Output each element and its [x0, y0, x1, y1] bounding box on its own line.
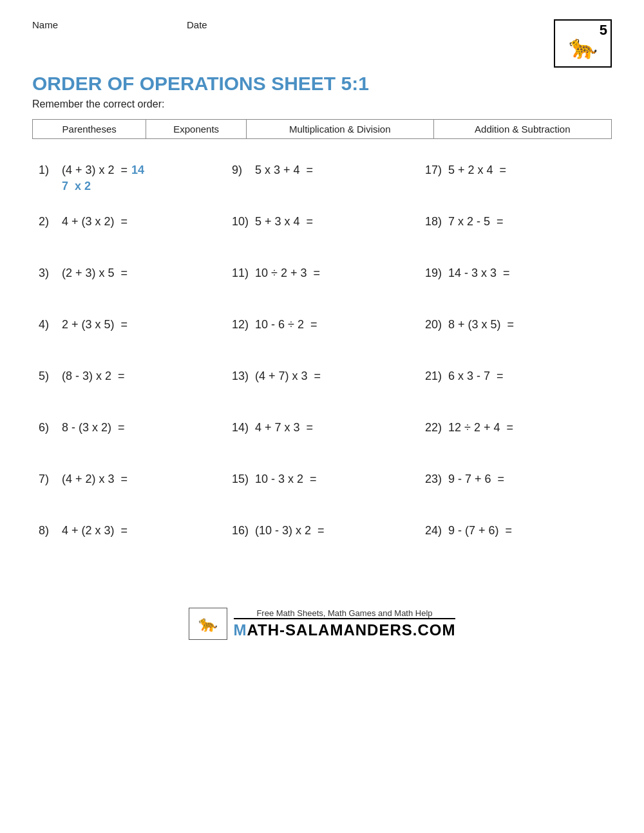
problem-number: 20) — [425, 318, 444, 332]
problem-cell: 18)7 x 2 - 5= — [419, 209, 612, 260]
problem-cell: 16)(10 - 3) x 2= — [225, 518, 419, 569]
problem-cell: 24)9 - (7 + 6)= — [419, 518, 612, 569]
problem-line: 19)14 - 3 x 3= — [425, 267, 605, 280]
problem-expression: 14 - 3 x 3 — [448, 267, 497, 280]
problem-line: 12)10 - 6 ÷ 2= — [232, 318, 412, 332]
problem-equals: = — [497, 215, 504, 229]
problem-expression: 5 + 2 x 4 — [448, 164, 493, 177]
problem-equals: = — [506, 524, 513, 538]
problem-line: 4)2 + (3 x 5)= — [39, 318, 219, 332]
table-col-parentheses: Parentheses — [33, 120, 146, 139]
date-label: Date — [187, 19, 207, 30]
problem-cell: 3)(2 + 3) x 5= — [32, 260, 225, 312]
problem-expression: (2 + 3) x 5 — [62, 267, 115, 280]
problem-line: 10)5 + 3 x 4= — [232, 215, 412, 229]
problem-equals: = — [307, 215, 314, 229]
problem-line: 20)8 + (3 x 5)= — [425, 318, 605, 332]
problem-equals: = — [121, 164, 128, 177]
problem-line: 3)(2 + 3) x 5= — [39, 267, 219, 280]
problem-work: 7x 2 — [39, 180, 219, 193]
problem-cell: 19)14 - 3 x 3= — [419, 260, 612, 312]
footer-logo: 🐆 — [189, 608, 227, 640]
problem-number: 1) — [39, 164, 58, 177]
problem-equals: = — [317, 524, 325, 538]
problem-cell: 9)5 x 3 + 4= — [225, 157, 419, 209]
table-col-multdiv: Multiplication & Division — [246, 120, 433, 139]
problem-line: 24)9 - (7 + 6)= — [425, 524, 605, 538]
problem-expression: 10 ÷ 2 + 3 — [255, 267, 307, 280]
problem-line: 13)(4 + 7) x 3= — [232, 370, 412, 383]
problem-number: 10) — [232, 215, 251, 229]
problem-expression: 5 x 3 + 4 — [255, 164, 300, 177]
problem-cell: 13)(4 + 7) x 3= — [225, 363, 419, 415]
problem-equals: = — [118, 370, 125, 383]
problem-equals: = — [310, 473, 317, 486]
problem-number: 2) — [39, 215, 58, 229]
problem-line: 21)6 x 3 - 7= — [425, 370, 605, 383]
page-subtitle: Remember the correct order: — [32, 98, 612, 110]
problem-number: 11) — [232, 267, 251, 280]
problem-number: 17) — [425, 164, 444, 177]
problem-number: 9) — [232, 164, 251, 177]
table-col-exponents: Exponents — [146, 120, 247, 139]
problem-number: 5) — [39, 370, 58, 383]
page-footer: 🐆 Free Math Sheets, Math Games and Math … — [32, 608, 612, 640]
logo-box: 5 🐆 — [554, 19, 612, 68]
problem-line: 5)(8 - 3) x 2= — [39, 370, 219, 383]
logo-number: 5 — [600, 22, 607, 39]
header-labels: Name Date — [32, 19, 207, 30]
problem-expression: (10 - 3) x 2 — [255, 524, 311, 538]
problem-line: 6)8 - (3 x 2)= — [39, 421, 219, 435]
problem-line: 18)7 x 2 - 5= — [425, 215, 605, 229]
problem-cell: 17)5 + 2 x 4= — [419, 157, 612, 209]
problem-cell: 11)10 ÷ 2 + 3= — [225, 260, 419, 312]
problem-line: 23)9 - 7 + 6= — [425, 473, 605, 486]
problem-line: 2)4 + (3 x 2)= — [39, 215, 219, 229]
problem-expression: 2 + (3 x 5) — [62, 318, 115, 332]
problem-expression: (4 + 2) x 3 — [62, 473, 115, 486]
problem-answer: 14 — [131, 164, 144, 177]
problem-expression: 9 - 7 + 6 — [448, 473, 491, 486]
footer-content: Free Math Sheets, Math Games and Math He… — [234, 608, 456, 639]
problem-cell: 21)6 x 3 - 7= — [419, 363, 612, 415]
problem-number: 15) — [232, 473, 251, 486]
problem-expression: 8 + (3 x 5) — [448, 318, 501, 332]
problem-number: 19) — [425, 267, 444, 280]
order-of-operations-table: Parentheses Exponents Multiplication & D… — [32, 119, 612, 139]
work-step: 7 — [62, 180, 68, 193]
problem-number: 14) — [232, 421, 251, 435]
problem-expression: 6 x 3 - 7 — [448, 370, 490, 383]
problem-expression: 4 + 7 x 3 — [255, 421, 300, 435]
work-step: x 2 — [75, 180, 91, 193]
problems-grid: 1)(4 + 3) x 2=147x 29)5 x 3 + 4=17)5 + 2… — [32, 157, 612, 569]
problem-number: 13) — [232, 370, 251, 383]
problem-number: 21) — [425, 370, 444, 383]
problem-line: 1)(4 + 3) x 2=14 — [39, 164, 219, 177]
problem-line: 7)(4 + 2) x 3= — [39, 473, 219, 486]
problem-equals: = — [121, 267, 128, 280]
problem-expression: 4 + (2 x 3) — [62, 524, 115, 538]
problem-equals: = — [307, 421, 314, 435]
problem-expression: 10 - 3 x 2 — [255, 473, 303, 486]
problem-equals: = — [507, 318, 515, 332]
problem-expression: (4 + 7) x 3 — [255, 370, 308, 383]
problem-cell: 23)9 - 7 + 6= — [419, 466, 612, 518]
problem-line: 9)5 x 3 + 4= — [232, 164, 412, 177]
problem-equals: = — [500, 164, 507, 177]
footer-brand: MATH-SALAMANDERS.COM — [234, 618, 456, 639]
problem-cell: 4)2 + (3 x 5)= — [32, 312, 225, 363]
problem-number: 16) — [232, 524, 251, 538]
problem-cell: 2)4 + (3 x 2)= — [32, 209, 225, 260]
problem-equals: = — [314, 370, 321, 383]
problem-cell: 14)4 + 7 x 3= — [225, 415, 419, 466]
problem-cell: 8)4 + (2 x 3)= — [32, 518, 225, 569]
problem-number: 18) — [425, 215, 444, 229]
page-title: ORDER OF OPERATIONS SHEET 5:1 — [32, 73, 612, 95]
problem-cell: 12)10 - 6 ÷ 2= — [225, 312, 419, 363]
logo-animal: 🐆 — [569, 33, 598, 61]
problem-cell: 10)5 + 3 x 4= — [225, 209, 419, 260]
problem-number: 12) — [232, 318, 251, 332]
problem-cell: 6)8 - (3 x 2)= — [32, 415, 225, 466]
problem-equals: = — [121, 215, 128, 229]
problem-equals: = — [310, 318, 317, 332]
